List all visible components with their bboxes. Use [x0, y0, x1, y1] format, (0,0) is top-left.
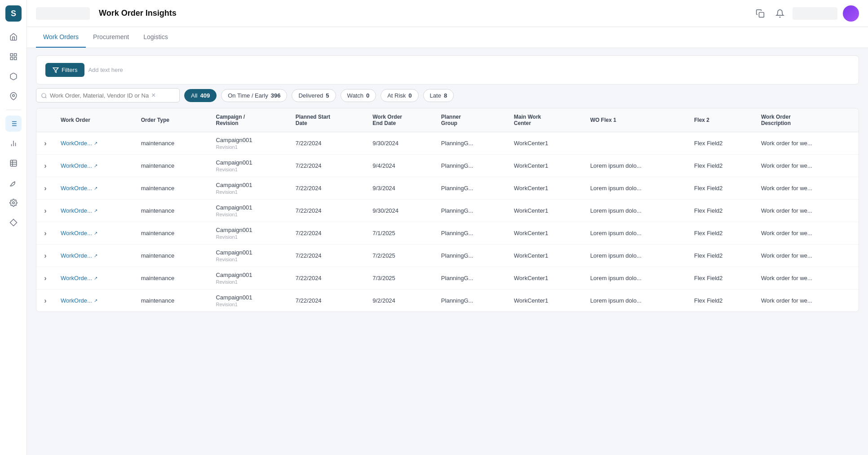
notification-icon[interactable]: [773, 6, 787, 21]
work-order-link-1[interactable]: WorkOrde... ↗: [61, 162, 128, 169]
sidebar-item-home[interactable]: [5, 29, 22, 45]
tab-logistics[interactable]: Logistics: [136, 27, 175, 48]
user-placeholder: [793, 7, 837, 20]
row-main-work-center-4: WorkCenter1: [508, 222, 584, 245]
row-flex2-5: Flex Field2: [688, 245, 755, 267]
row-main-work-center-0: WorkCenter1: [508, 132, 584, 155]
work-order-link-3[interactable]: WorkOrde... ↗: [61, 207, 128, 214]
row-planner-group-4: PlanningG...: [435, 222, 508, 245]
col-flex2: Flex 2: [688, 108, 755, 132]
copy-icon[interactable]: [753, 6, 767, 21]
row-campaign-0: Campaign001 Revision1: [209, 132, 289, 155]
chip-watch[interactable]: Watch 0: [341, 89, 376, 102]
sidebar-item-box[interactable]: [5, 68, 22, 85]
row-planned-start-7: 7/22/2024: [289, 290, 366, 312]
svg-rect-16: [10, 160, 17, 166]
chip-at-risk[interactable]: At Risk 0: [381, 89, 418, 102]
row-expand-0[interactable]: ›: [36, 132, 54, 155]
search-input[interactable]: [50, 92, 149, 99]
work-order-link-7[interactable]: WorkOrde... ↗: [61, 297, 128, 304]
work-order-link-5[interactable]: WorkOrde... ↗: [61, 252, 128, 259]
row-expand-5[interactable]: ›: [36, 245, 54, 267]
row-wo-end-2: 9/3/2024: [366, 177, 435, 200]
sidebar-item-chart[interactable]: [5, 135, 22, 152]
row-expand-3[interactable]: ›: [36, 200, 54, 222]
row-flex2-4: Flex Field2: [688, 222, 755, 245]
chip-delivered-count: 5: [326, 92, 329, 99]
sidebar-item-diamond[interactable]: [5, 214, 22, 231]
row-campaign-5: Campaign001 Revision1: [209, 245, 289, 267]
row-planner-group-2: PlanningG...: [435, 177, 508, 200]
work-order-link-0[interactable]: WorkOrde... ↗: [61, 140, 128, 147]
sidebar-item-grid[interactable]: [5, 49, 22, 65]
row-order-type-2: maintenance: [135, 177, 210, 200]
search-box[interactable]: ×: [36, 88, 180, 103]
row-expand-6[interactable]: ›: [36, 267, 54, 290]
row-wo-end-0: 9/30/2024: [366, 132, 435, 155]
chip-late[interactable]: Late 8: [423, 89, 454, 102]
sidebar-item-table[interactable]: [5, 155, 22, 171]
row-planned-start-6: 7/22/2024: [289, 267, 366, 290]
work-order-link-6[interactable]: WorkOrde... ↗: [61, 275, 128, 281]
row-expand-2[interactable]: ›: [36, 177, 54, 200]
sidebar-item-location[interactable]: [5, 88, 22, 104]
chip-late-count: 8: [444, 92, 447, 99]
row-expand-4[interactable]: ›: [36, 222, 54, 245]
row-flex2-2: Flex Field2: [688, 177, 755, 200]
sidebar-divider: [6, 110, 21, 110]
main-content: Work Order Insights Work Orders Procurem…: [27, 0, 868, 455]
row-description-5: Work order for we...: [755, 245, 859, 267]
tab-work-orders[interactable]: Work Orders: [36, 27, 86, 48]
chip-watch-label: Watch: [347, 92, 363, 99]
row-campaign-6: Campaign001 Revision1: [209, 267, 289, 290]
chip-on-time-label: On Time / Early: [228, 92, 268, 99]
chip-on-time[interactable]: On Time / Early 396: [221, 89, 287, 102]
table-row: › WorkOrde... ↗ maintenance Campaign001 …: [36, 132, 859, 155]
sidebar-item-settings[interactable]: [5, 195, 22, 211]
chip-all[interactable]: All 409: [184, 89, 217, 102]
col-planned-start-date: Planned StartDate: [289, 108, 366, 132]
row-order-type-7: maintenance: [135, 290, 210, 312]
row-wo-end-1: 9/4/2024: [366, 155, 435, 177]
row-planned-start-0: 7/22/2024: [289, 132, 366, 155]
external-link-icon-6: ↗: [94, 276, 97, 281]
table-body: › WorkOrde... ↗ maintenance Campaign001 …: [36, 132, 859, 312]
row-flex2-0: Flex Field2: [688, 132, 755, 155]
work-order-link-2[interactable]: WorkOrde... ↗: [61, 185, 128, 192]
table-row: › WorkOrde... ↗ maintenance Campaign001 …: [36, 200, 859, 222]
tab-procurement[interactable]: Procurement: [86, 27, 136, 48]
work-order-link-4[interactable]: WorkOrde... ↗: [61, 230, 128, 236]
row-description-0: Work order for we...: [755, 132, 859, 155]
filter-icon: [53, 67, 59, 73]
sidebar-item-list[interactable]: [5, 116, 22, 132]
row-flex2-3: Flex Field2: [688, 200, 755, 222]
table-row: › WorkOrde... ↗ maintenance Campaign001 …: [36, 267, 859, 290]
row-main-work-center-6: WorkCenter1: [508, 267, 584, 290]
row-planned-start-4: 7/22/2024: [289, 222, 366, 245]
table-header-row: Work Order Order Type Campaign /Revision…: [36, 108, 859, 132]
row-order-type-5: maintenance: [135, 245, 210, 267]
filters-button[interactable]: Filters: [45, 63, 84, 77]
user-avatar[interactable]: [843, 5, 859, 22]
row-planned-start-3: 7/22/2024: [289, 200, 366, 222]
external-link-icon-2: ↗: [94, 186, 97, 191]
sidebar-item-leaf[interactable]: [5, 175, 22, 191]
clear-search-icon[interactable]: ×: [151, 91, 155, 99]
chip-delivered[interactable]: Delivered 5: [292, 89, 336, 102]
row-work-order-2: WorkOrde... ↗: [54, 177, 135, 200]
logo-placeholder: [36, 7, 90, 20]
row-wo-end-3: 9/30/2024: [366, 200, 435, 222]
row-planner-group-5: PlanningG...: [435, 245, 508, 267]
row-expand-1[interactable]: ›: [36, 155, 54, 177]
row-order-type-4: maintenance: [135, 222, 210, 245]
row-expand-7[interactable]: ›: [36, 290, 54, 312]
external-link-icon-5: ↗: [94, 253, 97, 258]
row-planner-group-0: PlanningG...: [435, 132, 508, 155]
row-description-7: Work order for we...: [755, 290, 859, 312]
col-wo-end-date: Work OrderEnd Date: [366, 108, 435, 132]
row-wo-flex1-0: [584, 132, 688, 155]
row-order-type-6: maintenance: [135, 267, 210, 290]
row-description-4: Work order for we...: [755, 222, 859, 245]
table-row: › WorkOrde... ↗ maintenance Campaign001 …: [36, 155, 859, 177]
sidebar: S: [0, 0, 27, 455]
